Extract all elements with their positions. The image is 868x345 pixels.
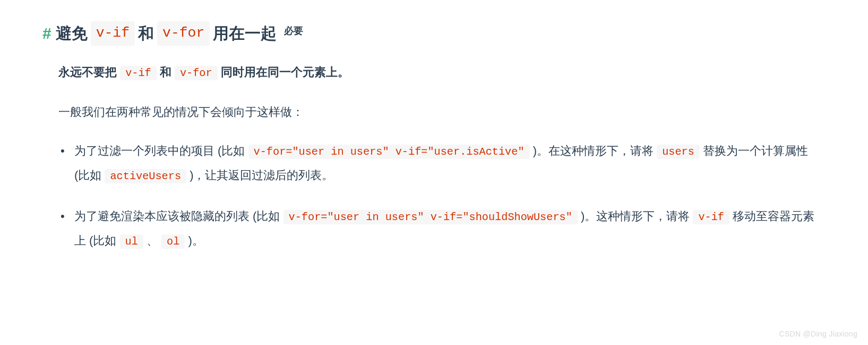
- li2-text-1: 为了避免渲染本应该被隐藏的列表 (比如: [74, 209, 283, 223]
- li1-code-1: v-for="user in users" v-if="user.isActiv…: [248, 145, 530, 159]
- bold-text-1: 永远不要把: [58, 65, 120, 79]
- heading-text-1: 避免: [56, 21, 88, 45]
- li1-text-4: )，让其返回过滤后的列表。: [186, 169, 333, 182]
- intro-paragraph: 一般我们在两种常见的情况下会倾向于这样做：: [58, 102, 826, 123]
- hash-anchor[interactable]: #: [42, 21, 51, 45]
- bold-text-3: 同时用在同一个元素上。: [218, 65, 349, 79]
- bold-text-2: 和: [157, 65, 175, 79]
- list-item: 为了避免渲染本应该被隐藏的列表 (比如 v-for="user in users…: [74, 204, 826, 254]
- li2-code-4: ol: [161, 234, 185, 249]
- li1-code-2: users: [657, 145, 700, 159]
- bold-code-vif: v-if: [120, 66, 157, 80]
- heading-code-vif: v-if: [91, 21, 135, 46]
- li1-text-1: 为了过滤一个列表中的项目 (比如: [74, 144, 248, 157]
- content-body: 永远不要把 v-if 和 v-for 同时用在同一个元素上。 一般我们在两种常见…: [42, 62, 826, 254]
- bullet-list: 为了过滤一个列表中的项目 (比如 v-for="user in users" v…: [58, 139, 826, 254]
- li2-text-2: )。这种情形下，请将: [578, 209, 693, 223]
- li2-code-2: v-if: [693, 210, 729, 224]
- li2-code-3: ul: [120, 234, 143, 249]
- heading-text-2: 和: [138, 21, 154, 45]
- rule-badge: 必要: [284, 24, 303, 38]
- li1-text-2: )。在这种情形下，请将: [530, 144, 657, 157]
- li1-code-3: activeUsers: [105, 169, 186, 183]
- bold-code-vfor: v-for: [175, 66, 218, 80]
- heading-text-3: 用在一起: [213, 21, 277, 45]
- li2-code-1: v-for="user in users" v-if="shouldShowUs…: [283, 210, 578, 224]
- section-heading: # 避免 v-if 和 v-for 用在一起 必要: [42, 21, 826, 46]
- emphasis-paragraph: 永远不要把 v-if 和 v-for 同时用在同一个元素上。: [58, 62, 826, 83]
- heading-code-vfor: v-for: [157, 21, 210, 46]
- li2-text-5: )。: [185, 234, 203, 247]
- li2-text-4: 、: [143, 234, 161, 247]
- list-item: 为了过滤一个列表中的项目 (比如 v-for="user in users" v…: [74, 139, 826, 188]
